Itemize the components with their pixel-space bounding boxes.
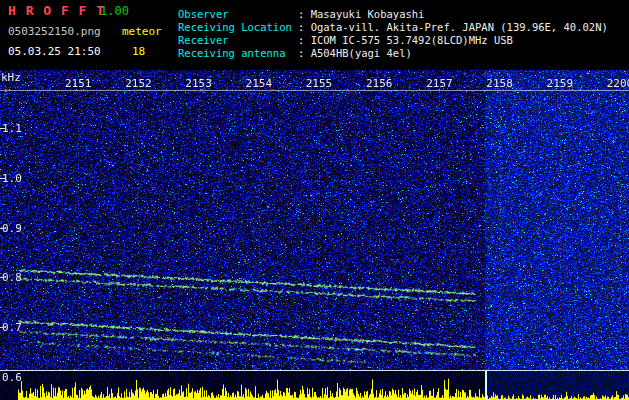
datetime-label: 05.03.25 21:50 [8,45,101,58]
filename-label: 0503252150.png [8,25,101,38]
frequency-unit-label: kHz [1,71,21,84]
echo-count: 18 [132,45,145,58]
info-separator: : [298,34,311,46]
info-value: Ogata-vill. Akita-Pref. JAPAN (139.96E, … [311,21,608,33]
version-label: 1.00 [100,4,129,18]
info-row: Receiver: ICOM IC-575 53.7492(8LCD)MHz U… [178,34,608,47]
hrofft-screen: H R O F F T 1.00 0503252150.png meteor 0… [0,0,629,400]
mode-label: meteor [122,25,162,38]
app-title: H R O F F T [8,3,105,18]
spectrogram-canvas [0,70,629,400]
info-row: Observer: Masayuki Kobayashi [178,8,608,21]
info-value: Masayuki Kobayashi [311,8,425,20]
info-separator: : [298,21,311,33]
station-info: Observer: Masayuki KobayashiReceiving Lo… [178,8,608,60]
info-value: ICOM IC-575 53.7492(8LCD)MHz USB [311,34,513,46]
info-label: Receiver [178,34,298,47]
info-label: Receiving antenna [178,47,298,60]
info-row: Receiving Location: Ogata-vill. Akita-Pr… [178,21,608,34]
info-label: Observer [178,8,298,21]
info-separator: : [298,8,311,20]
info-label: Receiving Location [178,21,298,34]
info-separator: : [298,47,311,59]
info-row: Receiving antenna: A504HB(yagi 4el) [178,47,608,60]
info-value: A504HB(yagi 4el) [311,47,412,59]
